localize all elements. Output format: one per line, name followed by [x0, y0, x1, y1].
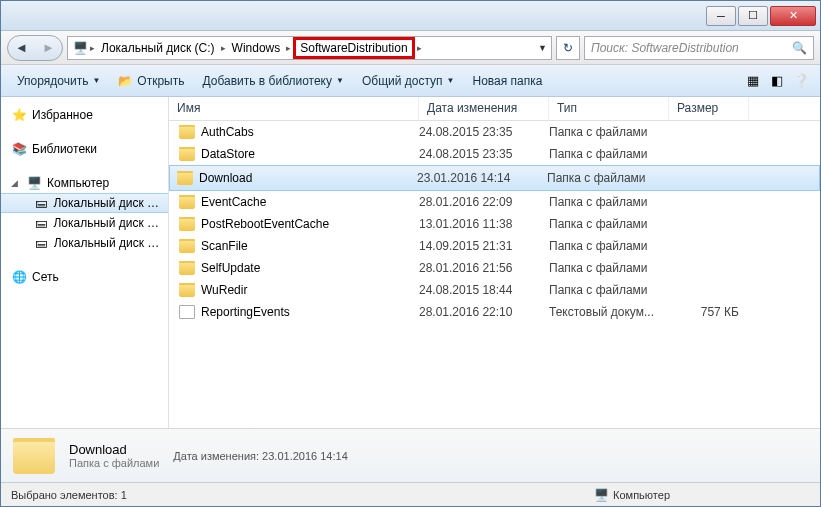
- chevron-right-icon: ▸: [219, 43, 228, 53]
- file-row[interactable]: ReportingEvents28.01.2016 22:10Текстовый…: [169, 301, 820, 323]
- breadcrumb-item[interactable]: Локальный диск (C:): [97, 37, 219, 59]
- file-row[interactable]: PostRebootEventCache13.01.2016 11:38Папк…: [169, 213, 820, 235]
- file-date: 28.01.2016 21:56: [419, 261, 549, 275]
- sidebar-network[interactable]: 🌐Сеть: [1, 267, 168, 287]
- dropdown-icon[interactable]: ▼: [538, 43, 547, 53]
- file-row[interactable]: EventCache28.01.2016 22:09Папка с файлам…: [169, 191, 820, 213]
- folder-icon: [179, 147, 195, 161]
- main-area: ⭐Избранное 📚Библиотеки ◢🖥️Компьютер 🖴Лок…: [1, 97, 820, 428]
- view-options-button[interactable]: ▦: [742, 70, 764, 92]
- column-size[interactable]: Размер: [669, 97, 749, 120]
- file-row[interactable]: DataStore24.08.2015 23:35Папка с файлами: [169, 143, 820, 165]
- disk-icon: 🖴: [33, 195, 48, 211]
- nav-buttons: ◄ ►: [7, 35, 63, 61]
- new-folder-button[interactable]: Новая папка: [464, 70, 550, 92]
- open-icon: 📂: [118, 74, 133, 88]
- chevron-down-icon: ▼: [447, 76, 455, 85]
- details-name: Download: [69, 442, 159, 457]
- disk-icon: 🖴: [33, 235, 48, 251]
- sidebar: ⭐Избранное 📚Библиотеки ◢🖥️Компьютер 🖴Лок…: [1, 97, 169, 428]
- network-icon: 🌐: [11, 269, 27, 285]
- file-type: Папка с файлами: [549, 283, 669, 297]
- chevron-down-icon: ▼: [92, 76, 100, 85]
- folder-icon: [179, 239, 195, 253]
- search-icon: 🔍: [792, 41, 807, 55]
- expand-icon[interactable]: ◢: [11, 178, 21, 188]
- file-date: 14.09.2015 21:31: [419, 239, 549, 253]
- file-type: Текстовый докум...: [549, 305, 669, 319]
- file-name: DataStore: [201, 147, 255, 161]
- details-meta: Дата изменения: 23.01.2016 14:14: [173, 450, 347, 462]
- preview-pane-button[interactable]: ◧: [766, 70, 788, 92]
- close-button[interactable]: ✕: [770, 6, 816, 26]
- search-input[interactable]: Поиск: SoftwareDistribution 🔍: [584, 36, 814, 60]
- file-type: Папка с файлами: [549, 239, 669, 253]
- file-row[interactable]: ScanFile14.09.2015 21:31Папка с файлами: [169, 235, 820, 257]
- add-to-library-button[interactable]: Добавить в библиотеку ▼: [194, 70, 351, 92]
- file-type: Папка с файлами: [547, 171, 667, 185]
- folder-icon: [179, 283, 195, 297]
- sidebar-drive-c[interactable]: 🖴Локальный диск (C:): [1, 193, 168, 213]
- chevron-right-icon: ▸: [284, 43, 293, 53]
- refresh-button[interactable]: ↻: [556, 36, 580, 60]
- file-name: Download: [199, 171, 252, 185]
- file-name: WuRedir: [201, 283, 247, 297]
- file-row[interactable]: SelfUpdate28.01.2016 21:56Папка с файлам…: [169, 257, 820, 279]
- chevron-right-icon: ▸: [415, 43, 424, 53]
- disk-icon: 🖴: [33, 215, 48, 231]
- help-button[interactable]: ❔: [790, 70, 812, 92]
- sidebar-drive-f[interactable]: 🖴Локальный диск (F:): [1, 233, 168, 253]
- file-date: 24.08.2015 23:35: [419, 125, 549, 139]
- address-bar[interactable]: 🖥️ ▸ Локальный диск (C:) ▸ Windows ▸ Sof…: [67, 36, 552, 60]
- file-type: Папка с файлами: [549, 195, 669, 209]
- file-name: EventCache: [201, 195, 266, 209]
- file-pane: Имя Дата изменения Тип Размер AuthCabs24…: [169, 97, 820, 428]
- file-date: 28.01.2016 22:09: [419, 195, 549, 209]
- minimize-button[interactable]: ─: [706, 6, 736, 26]
- nav-row: ◄ ► 🖥️ ▸ Локальный диск (C:) ▸ Windows ▸…: [1, 31, 820, 65]
- file-row[interactable]: Download23.01.2016 14:14Папка с файлами: [169, 165, 820, 191]
- forward-button[interactable]: ►: [40, 39, 58, 57]
- titlebar: ─ ☐ ✕: [1, 1, 820, 31]
- file-date: 24.08.2015 23:35: [419, 147, 549, 161]
- open-button[interactable]: 📂Открыть: [110, 70, 192, 92]
- status-location: 🖥️Компьютер: [593, 487, 670, 503]
- file-date: 13.01.2016 11:38: [419, 217, 549, 231]
- file-type: Папка с файлами: [549, 261, 669, 275]
- column-name[interactable]: Имя: [169, 97, 419, 120]
- file-type: Папка с файлами: [549, 147, 669, 161]
- folder-icon: [177, 171, 193, 185]
- chevron-right-icon: ▸: [88, 43, 97, 53]
- file-name: SelfUpdate: [201, 261, 260, 275]
- breadcrumb-item[interactable]: Windows: [228, 37, 285, 59]
- file-list: AuthCabs24.08.2015 23:35Папка с файламиD…: [169, 121, 820, 428]
- back-button[interactable]: ◄: [13, 39, 31, 57]
- status-bar: Выбрано элементов: 1 🖥️Компьютер: [1, 482, 820, 506]
- file-name: AuthCabs: [201, 125, 254, 139]
- share-button[interactable]: Общий доступ ▼: [354, 70, 463, 92]
- file-name: ReportingEvents: [201, 305, 290, 319]
- file-type: Папка с файлами: [549, 125, 669, 139]
- folder-icon: [179, 217, 195, 231]
- star-icon: ⭐: [11, 107, 27, 123]
- column-type[interactable]: Тип: [549, 97, 669, 120]
- file-row[interactable]: WuRedir24.08.2015 18:44Папка с файлами: [169, 279, 820, 301]
- computer-icon: 🖥️: [593, 487, 609, 503]
- column-date[interactable]: Дата изменения: [419, 97, 549, 120]
- organize-button[interactable]: Упорядочить ▼: [9, 70, 108, 92]
- details-type: Папка с файлами: [69, 457, 159, 469]
- folder-icon: [13, 438, 55, 474]
- file-row[interactable]: AuthCabs24.08.2015 23:35Папка с файлами: [169, 121, 820, 143]
- search-placeholder: Поиск: SoftwareDistribution: [591, 41, 739, 55]
- sidebar-libraries[interactable]: 📚Библиотеки: [1, 139, 168, 159]
- breadcrumb-item-current[interactable]: SoftwareDistribution: [293, 37, 414, 59]
- chevron-down-icon: ▼: [336, 76, 344, 85]
- maximize-button[interactable]: ☐: [738, 6, 768, 26]
- file-date: 24.08.2015 18:44: [419, 283, 549, 297]
- file-date: 28.01.2016 22:10: [419, 305, 549, 319]
- sidebar-favorites[interactable]: ⭐Избранное: [1, 105, 168, 125]
- sidebar-drive-d[interactable]: 🖴Локальный диск (D:): [1, 213, 168, 233]
- folder-icon: [179, 195, 195, 209]
- text-file-icon: [179, 305, 195, 319]
- sidebar-computer[interactable]: ◢🖥️Компьютер: [1, 173, 168, 193]
